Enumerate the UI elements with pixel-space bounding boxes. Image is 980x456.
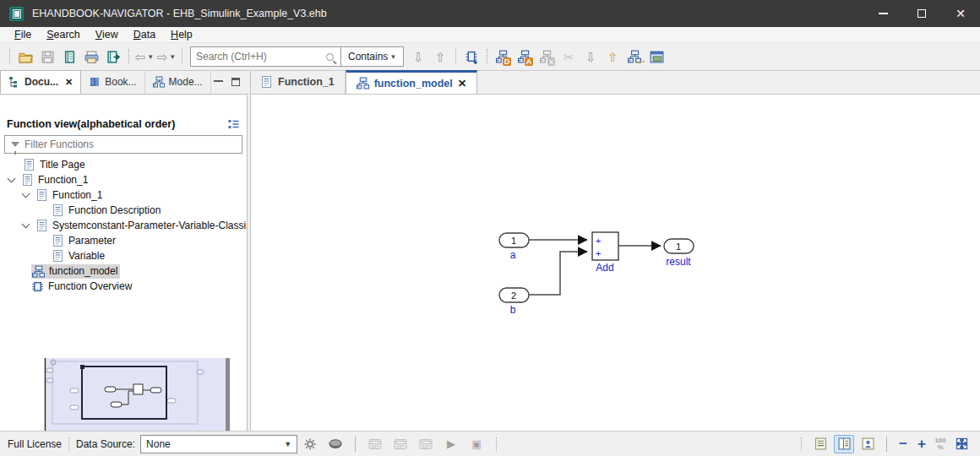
tree-item-function-overview[interactable]: Function Overview xyxy=(0,279,247,294)
close-tab-icon[interactable]: ✕ xyxy=(65,77,73,88)
save-button[interactable] xyxy=(37,46,57,67)
zoom-out-button[interactable]: − xyxy=(894,436,912,453)
tree-item-title-page[interactable]: Title Page xyxy=(0,157,247,172)
tree-item-label: Title Page xyxy=(40,159,85,171)
tab-bookmarks[interactable]: Book... xyxy=(81,70,144,94)
tree-item-function-model[interactable]: function_model xyxy=(0,263,247,279)
previous-match-button[interactable]: ⇧ xyxy=(430,46,450,67)
preview-window-button[interactable] xyxy=(646,46,667,67)
tree-item-function1[interactable]: Function_1 xyxy=(0,172,247,187)
menu-help[interactable]: Help xyxy=(163,28,200,42)
filter-functions-input[interactable] xyxy=(21,138,242,150)
panel-minimize-icon[interactable] xyxy=(214,79,223,82)
outline-content[interactable] xyxy=(0,358,248,431)
measure-disconnect-button[interactable] xyxy=(392,436,409,453)
application-window: EHANDBOOK-NAVIGATOR - EHB_Simulink_Examp… xyxy=(0,0,980,456)
inport1-label: a xyxy=(510,249,516,261)
tree-item-variable[interactable]: Variable xyxy=(0,248,247,263)
toolbar-separator xyxy=(128,49,129,64)
next-match-button[interactable]: ⇩ xyxy=(408,46,428,67)
model-canvas[interactable]: 1 a 2 b + + Add 1 result xyxy=(251,95,980,431)
cut-button[interactable]: ✂ xyxy=(558,46,579,67)
outport-label: result xyxy=(666,256,691,268)
data-source-settings-button[interactable] xyxy=(302,436,318,453)
close-tab-icon[interactable]: ✕ xyxy=(458,77,466,90)
chevron-down-icon[interactable] xyxy=(22,220,30,229)
tab-function1-editor[interactable]: Function_1 xyxy=(251,70,346,94)
function-view-title: Function view(alphabetical order) xyxy=(7,118,175,130)
zoom-reset-button[interactable]: 100% xyxy=(931,437,950,451)
document-icon xyxy=(261,76,273,88)
tab-models[interactable]: Mode... xyxy=(145,70,211,94)
minimize-button[interactable] xyxy=(863,0,902,27)
book-icon xyxy=(89,76,101,88)
data-source-label: Data Source: xyxy=(76,438,135,450)
view-menu-icon[interactable] xyxy=(227,118,240,130)
close-button[interactable]: ✕ xyxy=(941,0,980,27)
menu-search[interactable]: Search xyxy=(39,28,88,42)
navigate-back-button[interactable]: ⇦▼ xyxy=(134,46,155,67)
model-icon xyxy=(32,265,45,278)
panel-maximize-icon[interactable] xyxy=(231,78,240,86)
measurement-config-icon xyxy=(419,438,433,450)
tree-view-icon xyxy=(8,76,20,88)
split-view-button[interactable] xyxy=(834,435,854,453)
measure-start-button[interactable]: ▶ xyxy=(443,436,460,453)
tab-function-model-editor[interactable]: function_model ✕ xyxy=(346,70,478,94)
tree-item-label: Systemconstant-Parameter-Variable-Classi… xyxy=(52,220,247,231)
match-mode-dropdown[interactable]: Contains▼ xyxy=(340,47,403,66)
export-handbook-button[interactable] xyxy=(103,46,123,67)
tree-item-systemconstant[interactable]: Systemconstant-Parameter-Variable-Classi… xyxy=(0,218,247,233)
document-icon xyxy=(24,159,35,171)
outport-number: 1 xyxy=(676,242,681,252)
contact-view-button[interactable] xyxy=(858,435,878,453)
simulink-diagram: 1 a 2 b + + Add 1 result xyxy=(251,95,980,431)
tree-item-label: Function_1 xyxy=(52,189,102,201)
data-source-storage-button[interactable] xyxy=(327,436,344,453)
chevron-down-icon[interactable] xyxy=(22,190,30,198)
window-preview-icon xyxy=(650,51,664,63)
tab-label: function_model xyxy=(374,78,453,90)
statusbar: Full License Data Source: None ▼ ▶ ▣ − +… xyxy=(0,431,980,456)
search-input[interactable] xyxy=(191,48,324,65)
zoom-in-button[interactable]: + xyxy=(912,436,931,453)
data-source-dropdown[interactable]: None ▼ xyxy=(140,435,297,453)
measure-stop-button[interactable]: ▣ xyxy=(468,436,485,453)
model-annotation-button[interactable]: A xyxy=(514,46,535,67)
document-icon xyxy=(52,204,64,216)
open-file-button[interactable] xyxy=(15,46,35,67)
export-data-button[interactable]: ⇧ xyxy=(602,46,623,67)
search-icon[interactable] xyxy=(326,53,334,61)
tree-item-function-description[interactable]: Function Description xyxy=(0,203,247,218)
tab-documents[interactable]: Docu... ✕ xyxy=(0,70,81,94)
model-export-button[interactable]: ↩ xyxy=(624,46,645,67)
measure-config-button[interactable] xyxy=(417,436,434,453)
menu-data[interactable]: Data xyxy=(126,28,163,42)
tree-item-function1-child[interactable]: Function_1 xyxy=(0,187,247,203)
measure-read-button[interactable] xyxy=(367,436,384,453)
handbook-button[interactable] xyxy=(59,46,79,67)
print-button[interactable] xyxy=(81,46,101,67)
menu-file[interactable]: File xyxy=(7,28,39,42)
chevron-down-icon[interactable] xyxy=(8,175,16,183)
import-data-button[interactable]: ⇩ xyxy=(580,46,601,67)
model-d-badge: D xyxy=(503,57,512,66)
chip-icon xyxy=(31,280,44,293)
maximize-button[interactable] xyxy=(902,0,941,27)
model-close-button[interactable]: x xyxy=(536,46,557,67)
forward-dropdown-icon: ▼ xyxy=(169,53,176,61)
fit-to-window-button[interactable] xyxy=(951,435,972,453)
chip-add-icon xyxy=(465,50,479,64)
tree-item-parameter[interactable]: Parameter xyxy=(0,233,247,248)
maximize-icon xyxy=(917,9,926,18)
stop-icon: ▣ xyxy=(471,438,481,450)
model-data-button[interactable]: D xyxy=(493,46,513,67)
toolbar-separator xyxy=(9,49,10,64)
dropdown-caret-icon: ▼ xyxy=(284,440,291,448)
toolbar-separator xyxy=(455,49,456,64)
navigate-forward-button[interactable]: ⇨▼ xyxy=(156,46,177,67)
add-function-button[interactable] xyxy=(461,46,482,67)
outline-minimap[interactable] xyxy=(0,358,248,431)
single-page-view-button[interactable] xyxy=(810,435,830,453)
menu-view[interactable]: View xyxy=(88,28,126,42)
